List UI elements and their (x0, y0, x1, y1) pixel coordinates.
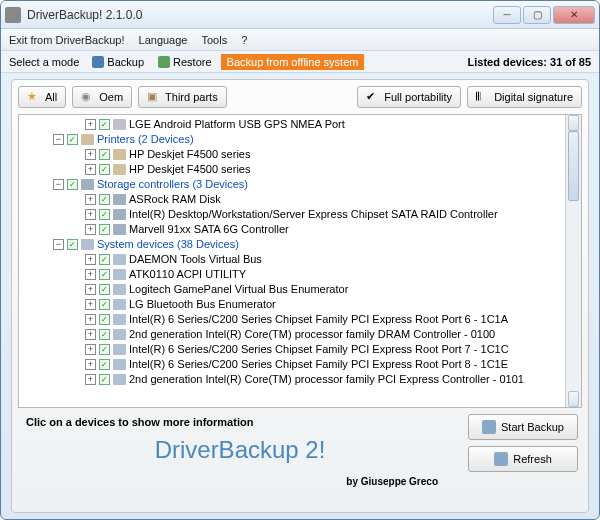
expand-icon[interactable]: + (85, 284, 96, 295)
tree-item-label: ASRock RAM Disk (129, 192, 221, 207)
tree-item-label: 2nd generation Intel(R) Core(TM) process… (129, 372, 524, 387)
checkbox[interactable]: ✓ (99, 299, 110, 310)
checkbox[interactable]: ✓ (99, 224, 110, 235)
checkbox[interactable]: ✓ (99, 269, 110, 280)
checkbox[interactable]: ✓ (99, 374, 110, 385)
device-icon (113, 209, 126, 220)
filter-all[interactable]: ★All (18, 86, 66, 108)
tree-item[interactable]: +✓DAEMON Tools Virtual Bus (19, 252, 581, 267)
device-icon (113, 149, 126, 160)
check-icon: ✔ (366, 90, 380, 104)
checkbox[interactable]: ✓ (99, 329, 110, 340)
mode-restore[interactable]: Restore (153, 55, 217, 69)
expand-icon[interactable]: + (85, 224, 96, 235)
tree-item[interactable]: +✓Intel(R) 6 Series/C200 Series Chipset … (19, 312, 581, 327)
tree-item[interactable]: +✓HP Deskjet F4500 series (19, 147, 581, 162)
tree-item[interactable]: +✓Intel(R) Desktop/Workstation/Server Ex… (19, 207, 581, 222)
expand-icon[interactable]: + (85, 299, 96, 310)
tree-item[interactable]: +✓Intel(R) 6 Series/C200 Series Chipset … (19, 342, 581, 357)
checkbox[interactable]: ✓ (99, 254, 110, 265)
device-icon (113, 194, 126, 205)
tree-item[interactable]: +✓ASRock RAM Disk (19, 192, 581, 207)
checkbox[interactable]: ✓ (67, 179, 78, 190)
mode-backup[interactable]: Backup (87, 55, 149, 69)
expand-icon[interactable]: + (85, 149, 96, 160)
scrollbar-thumb[interactable] (568, 131, 579, 201)
tree-category[interactable]: −✓System devices (38 Devices) (19, 237, 581, 252)
expand-icon[interactable]: + (85, 374, 96, 385)
expand-icon[interactable]: + (85, 344, 96, 355)
filter-portability[interactable]: ✔Full portability (357, 86, 461, 108)
checkbox[interactable]: ✓ (99, 344, 110, 355)
tree-item[interactable]: +✓LG Bluetooth Bus Enumerator (19, 297, 581, 312)
menu-exit[interactable]: Exit from DriverBackup! (9, 34, 125, 46)
checkbox[interactable]: ✓ (67, 239, 78, 250)
tree-item-label: Storage controllers (3 Devices) (97, 177, 248, 192)
expand-icon[interactable]: + (85, 269, 96, 280)
device-icon (113, 344, 126, 355)
device-icon (113, 164, 126, 175)
menu-tools[interactable]: Tools (201, 34, 227, 46)
expand-icon[interactable]: − (53, 179, 64, 190)
expand-icon[interactable]: + (85, 164, 96, 175)
disk-icon (92, 56, 104, 68)
checkbox[interactable]: ✓ (99, 359, 110, 370)
device-icon (81, 179, 94, 190)
titlebar[interactable]: DriverBackup! 2.1.0.0 ─ ▢ ✕ (1, 1, 599, 29)
checkbox[interactable]: ✓ (99, 284, 110, 295)
tree-item[interactable]: +✓LGE Android Platform USB GPS NMEA Port (19, 117, 581, 132)
expand-icon[interactable]: − (53, 239, 64, 250)
action-buttons: Start Backup Refresh (468, 414, 578, 504)
close-button[interactable]: ✕ (553, 6, 595, 24)
window-title: DriverBackup! 2.1.0.0 (27, 8, 493, 22)
window-controls: ─ ▢ ✕ (493, 6, 595, 24)
tree-item[interactable]: +✓HP Deskjet F4500 series (19, 162, 581, 177)
menu-language[interactable]: Language (139, 34, 188, 46)
expand-icon[interactable]: + (85, 329, 96, 340)
checkbox[interactable]: ✓ (99, 209, 110, 220)
device-icon (113, 284, 126, 295)
filter-third[interactable]: ▣Third parts (138, 86, 227, 108)
expand-icon[interactable]: + (85, 254, 96, 265)
expand-icon[interactable]: + (85, 119, 96, 130)
checkbox[interactable]: ✓ (99, 314, 110, 325)
tree-item[interactable]: +✓2nd generation Intel(R) Core(TM) proce… (19, 327, 581, 342)
tree-item[interactable]: +✓Intel(R) 6 Series/C200 Series Chipset … (19, 357, 581, 372)
tree-item-label: Printers (2 Devices) (97, 132, 194, 147)
tree-item-label: HP Deskjet F4500 series (129, 162, 250, 177)
expand-icon[interactable]: − (53, 134, 64, 145)
expand-icon[interactable]: + (85, 359, 96, 370)
tree-item[interactable]: +✓Logitech GamePanel Virtual Bus Enumera… (19, 282, 581, 297)
tree-category[interactable]: −✓Printers (2 Devices) (19, 132, 581, 147)
filter-signature[interactable]: 𝄃𝄃Digital signature (467, 86, 582, 108)
checkbox[interactable]: ✓ (99, 149, 110, 160)
tree-category[interactable]: −✓Storage controllers (3 Devices) (19, 177, 581, 192)
tree-item[interactable]: +✓2nd generation Intel(R) Core(TM) proce… (19, 372, 581, 387)
filter-oem[interactable]: ◉Oem (72, 86, 132, 108)
menu-help[interactable]: ? (241, 34, 247, 46)
tree-item[interactable]: +✓ATK0110 ACPI UTILITY (19, 267, 581, 282)
refresh-button[interactable]: Refresh (468, 446, 578, 472)
app-icon (5, 7, 21, 23)
expand-icon[interactable]: + (85, 209, 96, 220)
tree-item[interactable]: +✓Marvell 91xx SATA 6G Controller (19, 222, 581, 237)
device-tree[interactable]: +✓LGE Android Platform USB GPS NMEA Port… (18, 114, 582, 408)
tree-item-label: Marvell 91xx SATA 6G Controller (129, 222, 289, 237)
checkbox[interactable]: ✓ (99, 119, 110, 130)
mode-bar: Select a mode Backup Restore Backup from… (1, 51, 599, 73)
device-icon (113, 254, 126, 265)
start-backup-button[interactable]: Start Backup (468, 414, 578, 440)
expand-icon[interactable]: + (85, 194, 96, 205)
expand-icon[interactable]: + (85, 314, 96, 325)
device-icon (113, 374, 126, 385)
checkbox[interactable]: ✓ (99, 194, 110, 205)
checkbox[interactable]: ✓ (99, 164, 110, 175)
mode-offline[interactable]: Backup from offline system (221, 54, 365, 70)
checkbox[interactable]: ✓ (67, 134, 78, 145)
app-window: DriverBackup! 2.1.0.0 ─ ▢ ✕ Exit from Dr… (0, 0, 600, 520)
info-area: Clic on a devices to show more informati… (22, 414, 458, 504)
minimize-button[interactable]: ─ (493, 6, 521, 24)
scrollbar[interactable] (565, 115, 581, 407)
tree-item-label: Intel(R) 6 Series/C200 Series Chipset Fa… (129, 357, 508, 372)
maximize-button[interactable]: ▢ (523, 6, 551, 24)
